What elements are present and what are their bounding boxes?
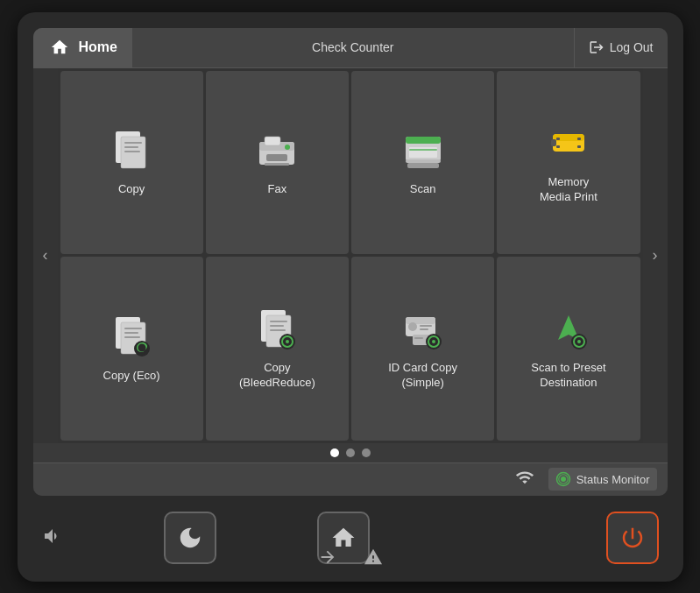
svg-rect-42	[420, 325, 432, 327]
grid-item-scan-to-preset[interactable]: Scan to PresetDestination	[497, 257, 640, 441]
svg-rect-29	[124, 336, 140, 338]
copy-eco-label: Copy (Eco)	[103, 369, 160, 384]
svg-rect-15	[406, 159, 441, 163]
home-button[interactable]: Home	[33, 28, 131, 67]
check-counter-button[interactable]: Check Counter	[131, 28, 575, 67]
grid-item-fax[interactable]: Fax	[206, 71, 349, 255]
home-icon	[47, 35, 72, 60]
grid-item-copy-eco[interactable]: Copy (Eco)	[60, 257, 203, 441]
svg-rect-17	[409, 149, 437, 151]
physical-controls	[33, 503, 668, 573]
svg-rect-14	[409, 147, 437, 158]
svg-rect-5	[124, 151, 140, 152]
header-bar: Home Check Counter Log Out	[33, 28, 668, 68]
volume-icon	[42, 526, 63, 550]
svg-point-41	[408, 322, 417, 331]
svg-point-48	[432, 340, 435, 343]
svg-rect-40	[406, 317, 435, 324]
svg-rect-13	[406, 137, 441, 144]
fax-label: Fax	[268, 182, 287, 197]
status-monitor-button[interactable]: Status Monitor	[548, 468, 657, 491]
svg-rect-43	[420, 328, 428, 330]
next-arrow[interactable]: ›	[643, 68, 668, 443]
svg-rect-22	[556, 145, 560, 148]
svg-rect-3	[124, 142, 142, 144]
svg-rect-20	[551, 139, 556, 146]
copy-icon-wrap	[105, 127, 158, 175]
copy-bleedreduce-icon-wrap	[251, 306, 303, 354]
status-monitor-label: Status Monitor	[576, 473, 650, 486]
logout-icon	[589, 39, 605, 55]
main-area: ‹ Copy	[33, 68, 668, 443]
page-dots	[33, 443, 668, 462]
svg-point-52	[577, 340, 581, 343]
svg-rect-28	[124, 332, 138, 334]
svg-rect-8	[265, 137, 280, 145]
svg-point-38	[286, 340, 289, 343]
grid-item-id-card-copy[interactable]: ID Card Copy(Simple)	[351, 257, 494, 441]
status-monitor-icon	[555, 471, 571, 487]
svg-rect-24	[577, 145, 581, 148]
svg-point-10	[285, 145, 290, 150]
svg-rect-45	[414, 337, 423, 339]
copy-eco-icon-wrap	[105, 314, 158, 362]
warning-icon	[364, 547, 383, 571]
screen: Home Check Counter Log Out ‹	[33, 28, 668, 496]
device-frame: Home Check Counter Log Out ‹	[18, 12, 683, 582]
logout-button[interactable]: Log Out	[575, 28, 668, 67]
dot-1[interactable]	[330, 448, 339, 457]
id-card-copy-icon-wrap	[397, 306, 449, 354]
memory-media-print-label: MemoryMedia Print	[540, 175, 597, 205]
sleep-button[interactable]	[164, 512, 216, 564]
svg-rect-35	[270, 329, 286, 331]
id-card-copy-label: ID Card Copy(Simple)	[388, 361, 457, 391]
svg-rect-23	[577, 138, 581, 140]
wifi-icon	[515, 468, 534, 491]
prev-arrow[interactable]: ‹	[33, 68, 58, 443]
copy-bleedreduce-label: Copy(BleedReduce)	[239, 361, 315, 391]
power-button[interactable]	[606, 512, 659, 564]
svg-rect-27	[124, 328, 142, 329]
svg-rect-16	[407, 163, 439, 168]
arrow-right-icon	[318, 547, 337, 571]
svg-rect-9	[266, 154, 287, 161]
grid-item-memory-media-print[interactable]: MemoryMedia Print	[497, 71, 640, 255]
svg-rect-4	[124, 146, 138, 148]
scan-icon-wrap	[397, 127, 449, 175]
logout-label: Log Out	[610, 40, 654, 54]
svg-rect-34	[270, 325, 284, 327]
scan-to-preset-label: Scan to PresetDestination	[531, 361, 605, 391]
usb-icon-wrap	[542, 120, 595, 168]
check-counter-label: Check Counter	[312, 40, 393, 54]
scan-to-preset-icon-wrap	[542, 306, 595, 354]
svg-rect-21	[556, 138, 560, 140]
app-grid: Copy Fax	[58, 68, 643, 443]
svg-point-54	[561, 477, 566, 482]
svg-rect-11	[265, 163, 289, 166]
dot-2[interactable]	[346, 448, 355, 457]
fax-icon-wrap	[251, 127, 303, 175]
indicator-icons	[318, 547, 383, 571]
grid-item-scan[interactable]: Scan	[351, 71, 494, 255]
dot-3[interactable]	[362, 448, 371, 457]
grid-item-copy[interactable]: Copy	[60, 71, 203, 255]
scan-label: Scan	[410, 182, 436, 197]
grid-item-copy-bleedreduce[interactable]: Copy(BleedReduce)	[206, 257, 349, 441]
copy-label: Copy	[118, 182, 145, 197]
svg-rect-33	[270, 321, 287, 322]
status-bar: Status Monitor	[33, 462, 668, 496]
home-label: Home	[79, 39, 117, 55]
